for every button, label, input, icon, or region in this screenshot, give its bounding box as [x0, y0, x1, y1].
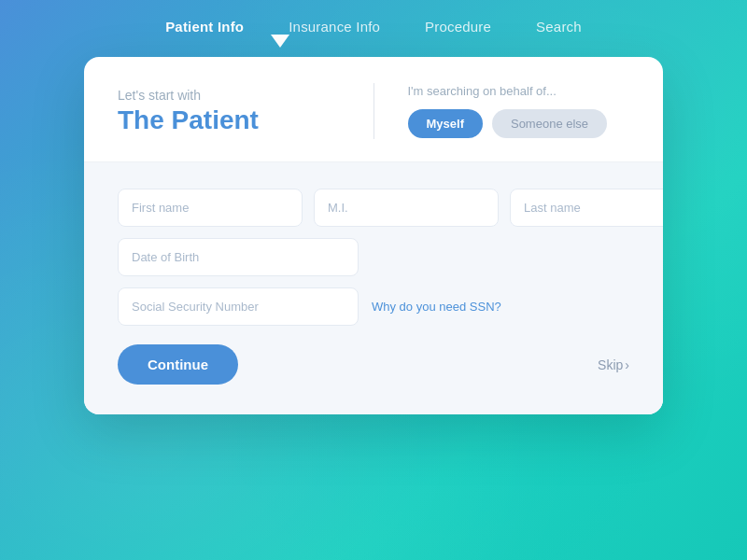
patient-form: Why do you need SSN? Continue Skip›: [84, 162, 663, 414]
card-header-left: Let's start with The Patient: [118, 88, 340, 135]
patient-info-card: Let's start with The Patient I'm searchi…: [84, 57, 663, 414]
nav-search[interactable]: Search: [536, 19, 582, 35]
nav-patient-info[interactable]: Patient Info: [165, 19, 244, 35]
card-header-right: I'm searching on behalf of... Myself Som…: [408, 84, 630, 138]
name-row: [118, 189, 629, 227]
top-navigation: Patient Info Insurance Info Procedure Se…: [165, 0, 582, 35]
card-divider: [374, 83, 374, 139]
behalf-label: I'm searching on behalf of...: [408, 84, 630, 98]
first-name-input[interactable]: [118, 189, 303, 227]
dob-input[interactable]: [118, 238, 359, 276]
card-subtitle: Let's start with: [118, 88, 340, 103]
card-header: Let's start with The Patient I'm searchi…: [84, 57, 663, 162]
last-name-input[interactable]: [510, 189, 663, 227]
nav-procedure[interactable]: Procedure: [425, 19, 491, 35]
card-title: The Patient: [118, 106, 340, 135]
why-ssn-link[interactable]: Why do you need SSN?: [372, 300, 501, 314]
nav-insurance-info[interactable]: Insurance Info: [289, 19, 380, 35]
nav-arrow: [271, 35, 289, 48]
mi-input[interactable]: [314, 189, 499, 227]
ssn-row: Why do you need SSN?: [118, 287, 629, 326]
skip-link[interactable]: Skip›: [596, 357, 629, 372]
continue-button[interactable]: Continue: [118, 344, 238, 385]
form-actions: Continue Skip›: [118, 344, 629, 385]
someone-else-button[interactable]: Someone else: [492, 109, 607, 138]
dob-row: [118, 238, 629, 276]
myself-button[interactable]: Myself: [408, 109, 483, 138]
skip-chevron: ›: [625, 357, 629, 372]
ssn-input[interactable]: [118, 287, 359, 326]
skip-label: Skip: [598, 357, 623, 372]
behalf-buttons-group: Myself Someone else: [408, 109, 630, 138]
